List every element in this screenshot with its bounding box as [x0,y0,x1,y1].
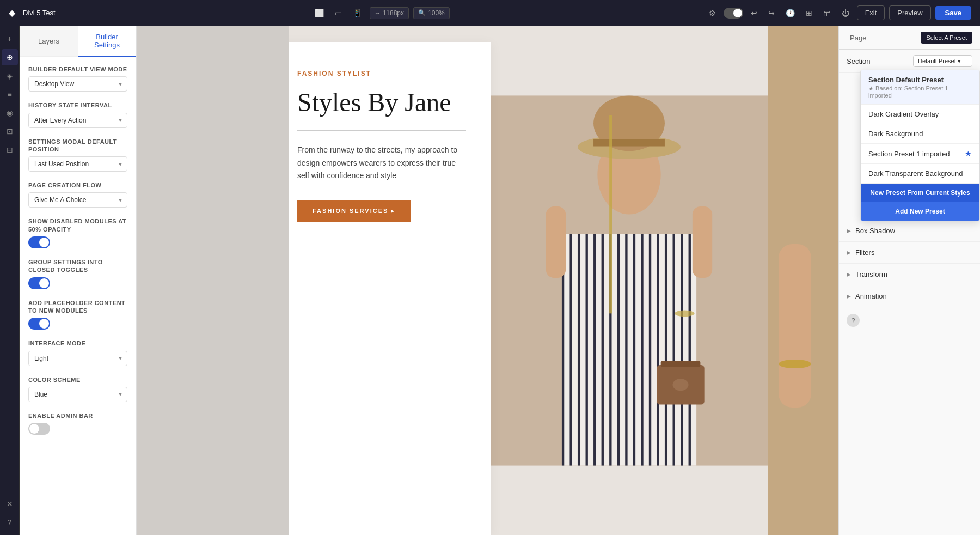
fashion-white-card: FASHION STYLIST Styles By Jane From the … [289,42,491,535]
trash-icon[interactable]: 🗑 [820,7,834,20]
canvas-left-gray [137,26,289,535]
help-icon[interactable]: ? [847,314,860,327]
topbar-right: ⚙ ↩ ↪ 🕐 ⊞ 🗑 ⏻ Exit Preview Save [706,5,971,20]
interface-mode-select-wrap: Light ▼ [28,351,127,366]
preset-dropdown: Section Default Preset ★ Based on: Secti… [860,70,980,221]
svg-rect-7 [602,234,604,466]
section-preset-select[interactable]: Default Preset ▾ [913,55,972,67]
animation-header[interactable]: ▶ Animation [839,285,980,307]
filters-chevron: ▶ [847,250,851,256]
settings-icon[interactable]: ⚙ [706,7,719,20]
box-shadow-header[interactable]: ▶ Box Shadow [839,220,980,241]
new-preset-from-current-button[interactable]: New Preset From Current Styles [861,184,979,202]
preset-default-sub: ★ Based on: Section Preset 1 imported [868,85,972,99]
tools-btn[interactable]: ✕ [2,496,18,512]
topbar-title: Divi 5 Test [23,9,56,17]
redo-icon[interactable]: ↪ [765,7,778,20]
svg-rect-3 [569,234,572,466]
admin-bar-group: Enable Admin Bar [28,412,127,435]
fashion-category: FASHION STYLIST [297,70,466,77]
show-disabled-label: Show Disabled Modules At 50% Opacity [28,217,127,233]
canvas-scene: FASHION STYLIST Styles By Jane From the … [137,26,838,535]
help-btn[interactable]: ? [2,514,18,531]
icon-sidebar: + ⊕ ◈ ≡ ◉ ⊡ ⊟ ✕ ? [0,26,20,535]
save-button[interactable]: Save [935,6,971,20]
preset-dark-bg-label: Dark Background [868,130,923,138]
placeholder-content-toggle-row [28,318,127,330]
topbar-left: ◆ Divi 5 Test [9,8,56,18]
desktop-view-btn[interactable]: ⬜ [311,7,327,20]
svg-rect-22 [593,139,665,146]
tab-page[interactable]: Page [847,33,869,43]
transform-header[interactable]: ▶ Transform [839,264,980,285]
placeholder-content-toggle[interactable] [28,318,50,330]
preset-item-section-1[interactable]: Section Preset 1 imported ★ [861,144,979,164]
theme-toggle[interactable] [724,8,743,19]
search-sidebar-btn[interactable]: ◈ [2,68,18,84]
group-settings-label: Group Settings Into Closed Toggles [28,258,127,274]
exit-button[interactable]: Exit [857,5,885,20]
canvas-main: FASHION STYLIST Styles By Jane From the … [289,26,768,535]
add-module-btn[interactable]: + [2,31,18,47]
box-shadow-section: ▶ Box Shadow [839,220,980,242]
filters-label: Filters [855,248,874,257]
settings-sidebar-btn[interactable]: ◉ [2,105,18,121]
grid-btn[interactable]: ≡ [2,86,18,102]
fashion-divider [297,130,466,131]
interface-mode-select[interactable]: Light [28,351,127,366]
tab-layers[interactable]: Layers [20,26,78,56]
layers-btn[interactable]: ⊕ [2,49,18,65]
color-scheme-select[interactable]: Blue [28,387,127,402]
admin-bar-toggle[interactable] [28,423,50,435]
preview-button[interactable]: Preview [889,5,930,20]
power-icon[interactable]: ⏻ [838,7,853,20]
modules-btn[interactable]: ⊡ [2,123,18,139]
left-panel: Layers Builder Settings Builder Default … [20,26,137,535]
page-creation-select[interactable]: Give Me A Choice [28,192,127,208]
undo-icon[interactable]: ↩ [748,7,761,20]
history-state-select[interactable]: After Every Action [28,113,127,128]
admin-bar-toggle-row [28,423,127,435]
show-disabled-toggle[interactable] [28,236,50,248]
add-new-preset-button[interactable]: Add New Preset [861,202,979,221]
builder-view-select[interactable]: Desktop View [28,76,127,92]
canvas: FASHION STYLIST Styles By Jane From the … [137,26,838,535]
preset-section1-label: Section Preset 1 imported [868,150,950,158]
preset-item-default[interactable]: Section Default Preset ★ Based on: Secti… [861,70,979,105]
preset-item-dark-gradient[interactable]: Dark Gradient Overlay [861,105,979,124]
settings-modal-label: Settings Modal Default Position [28,138,127,154]
group-settings-toggle[interactable] [28,277,50,289]
right-panel: Page Select A Preset Section Default Pre… [838,26,980,535]
panel-content: Builder Default View Mode Desktop View ▼… [20,57,136,453]
builder-view-select-wrap: Desktop View ▼ [28,76,127,92]
builder-view-group: Builder Default View Mode Desktop View ▼ [28,65,127,92]
filters-header[interactable]: ▶ Filters [839,242,980,263]
tab-builder-settings[interactable]: Builder Settings [78,26,136,57]
section-label: Section [847,57,870,65]
animation-chevron: ▶ [847,293,851,299]
history-icon[interactable]: 🕐 [782,7,798,20]
global-btn[interactable]: ⊟ [2,142,18,158]
layout-icon[interactable]: ⊞ [803,7,816,20]
animation-label: Animation [855,292,887,300]
preset-item-dark-bg[interactable]: Dark Background [861,124,979,144]
tablet-view-btn[interactable]: ▭ [332,7,345,20]
preset-star-icon: ★ [965,149,972,158]
zoom-badge: 🔍 100% [413,7,450,19]
page-creation-group: Page Creation Flow Give Me A Choice ▼ [28,181,127,208]
svg-rect-18 [689,234,691,466]
fashion-services-btn[interactable]: FASHION SERVICES ▸ [297,200,411,222]
mobile-view-btn[interactable]: 📱 [350,7,365,20]
width-icon: ↔ [375,10,381,16]
settings-modal-select[interactable]: Last Used Position [28,156,127,172]
preset-item-dark-transparent[interactable]: Dark Transparent Background [861,164,979,184]
interface-mode-group: Interface Mode Light ▼ [28,339,127,366]
svg-rect-16 [672,234,675,466]
transform-chevron: ▶ [847,271,851,277]
show-disabled-toggle-row [28,236,127,248]
interface-mode-label: Interface Mode [28,339,127,347]
admin-bar-label: Enable Admin Bar [28,412,127,420]
animation-section: ▶ Animation [839,285,980,307]
svg-point-29 [675,311,694,317]
select-preset-button[interactable]: Select A Preset [921,32,972,44]
